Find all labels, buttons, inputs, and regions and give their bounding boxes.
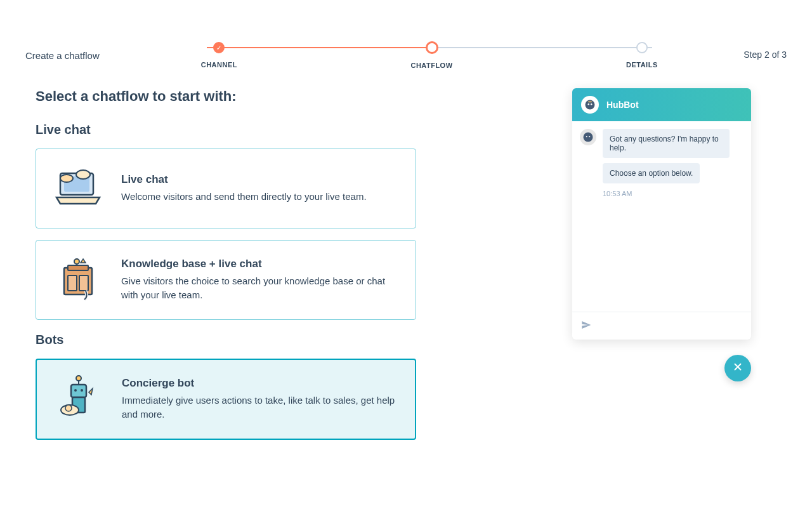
laptop-chat-icon: [53, 163, 103, 214]
card-concierge-bot[interactable]: Concierge bot Immediately give users act…: [36, 359, 416, 440]
svg-point-22: [586, 136, 587, 137]
step-channel[interactable]: ✓ CHANNEL: [201, 42, 237, 69]
card-desc: Give visitors the choice to search your …: [121, 274, 399, 302]
svg-point-9: [76, 376, 81, 381]
close-icon: [732, 361, 743, 375]
step-dot-active: [426, 41, 438, 54]
step-details[interactable]: DETAILS: [626, 42, 658, 69]
card-desc: Immediately give users actions to take, …: [122, 394, 398, 421]
step-label: CHANNEL: [201, 61, 237, 69]
group-heading-live-chat: Live chat: [36, 122, 416, 137]
card-text: Concierge bot Immediately give users act…: [122, 377, 398, 421]
svg-point-12: [74, 389, 77, 392]
chat-body: Got any questions? I'm happy to help. Ch…: [572, 121, 751, 312]
svg-point-21: [584, 133, 593, 142]
send-icon[interactable]: [581, 320, 591, 333]
card-desc: Welcome visitors and send them directly …: [121, 190, 399, 204]
step-chatflow[interactable]: CHATFLOW: [410, 41, 452, 69]
selection-column: Select a chatflow to start with: Live ch…: [36, 88, 416, 451]
card-knowledge-base[interactable]: Knowledge base + live chat Give visitors…: [36, 240, 416, 320]
svg-point-2: [76, 170, 90, 179]
chat-header: HubBot: [572, 88, 751, 121]
chat-preview: HubBot Got any questions? I'm happy to h…: [572, 88, 751, 340]
card-title: Concierge bot: [122, 377, 398, 390]
step-indicator: Step 2 of 3: [743, 50, 787, 60]
card-text: Knowledge base + live chat Give visitors…: [121, 258, 399, 302]
stepper: ✓ CHANNEL CHATFLOW DETAILS: [201, 41, 658, 69]
svg-rect-20: [588, 102, 592, 103]
step-dot-pending: [636, 42, 648, 53]
svg-point-16: [65, 405, 72, 411]
chat-timestamp: 10:53 AM: [603, 190, 743, 197]
step-label: DETAILS: [626, 61, 658, 69]
chat-message: Choose an option below.: [603, 163, 700, 183]
svg-point-3: [60, 175, 73, 182]
svg-point-23: [589, 136, 590, 137]
card-text: Live chat Welcome visitors and send them…: [121, 173, 399, 204]
close-chat-button[interactable]: [724, 355, 751, 381]
svg-point-8: [74, 259, 79, 264]
bot-avatar-icon: [581, 96, 599, 114]
svg-point-13: [81, 389, 83, 392]
card-title: Live chat: [121, 173, 399, 186]
message-avatar-icon: [580, 129, 596, 145]
stepper-line-done: [207, 47, 429, 48]
chat-message: Got any questions? I'm happy to help.: [603, 129, 730, 158]
wizard-header: Create a chatflow ✓ CHANNEL CHATFLOW DET…: [0, 0, 812, 88]
chat-messages: Got any questions? I'm happy to help. Ch…: [603, 129, 743, 304]
svg-rect-7: [79, 275, 88, 291]
svg-rect-11: [71, 385, 86, 397]
robot-icon: [53, 374, 104, 425]
bot-name: HubBot: [606, 100, 639, 110]
svg-rect-5: [68, 265, 88, 270]
knowledge-base-icon: [53, 255, 103, 305]
group-heading-bots: Bots: [36, 333, 416, 347]
chat-input-area[interactable]: [572, 312, 751, 340]
check-icon: ✓: [213, 42, 225, 53]
svg-point-18: [588, 103, 589, 105]
stepper-line-pending: [429, 47, 652, 48]
step-label: CHATFLOW: [410, 62, 452, 69]
main-content: Select a chatflow to start with: Live ch…: [0, 88, 812, 451]
svg-point-19: [591, 103, 592, 105]
wizard-title: Create a chatflow: [25, 50, 100, 61]
card-title: Knowledge base + live chat: [121, 258, 399, 270]
section-heading: Select a chatflow to start with:: [36, 88, 416, 105]
svg-rect-6: [68, 275, 77, 291]
card-live-chat[interactable]: Live chat Welcome visitors and send them…: [36, 149, 416, 228]
preview-column: HubBot Got any questions? I'm happy to h…: [442, 88, 776, 451]
